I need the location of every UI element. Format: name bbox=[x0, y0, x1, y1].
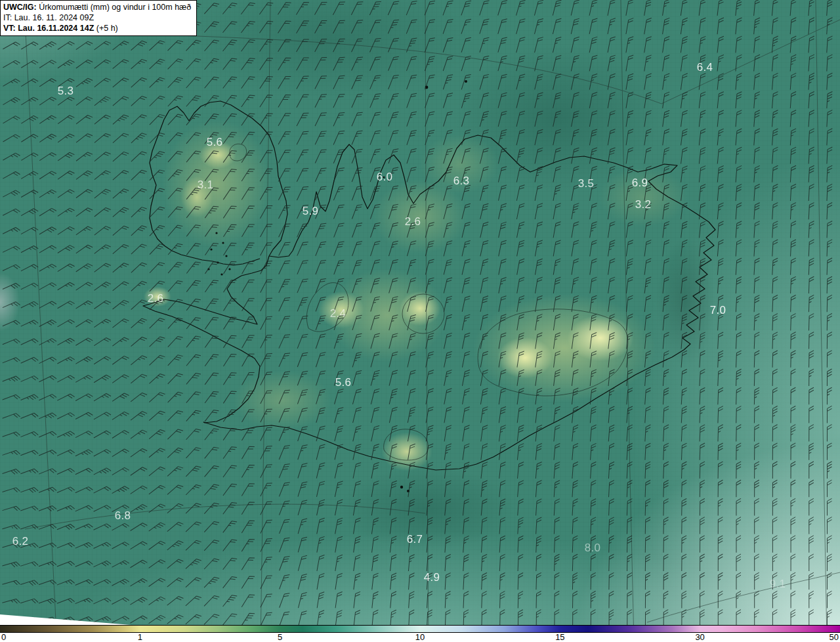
precip-value-label: 5.3 bbox=[58, 85, 74, 98]
precip-value-label: 6.8 bbox=[115, 509, 131, 523]
weather-map: 5.35.63.16.06.35.92.63.56.93.26.42.62.47… bbox=[0, 0, 840, 642]
glacier-contours bbox=[230, 144, 628, 460]
precip-value-label: 5.9 bbox=[303, 205, 319, 218]
precip-value-label: 5.6 bbox=[207, 136, 223, 149]
precip-value-label: 8.0 bbox=[585, 542, 601, 555]
precip-value-label: 5.6 bbox=[335, 376, 352, 389]
lead-time: (+5 h) bbox=[94, 24, 117, 33]
precip-value-label: 9.1 bbox=[770, 578, 786, 591]
precip-value-label: 6.4 bbox=[697, 61, 713, 74]
precip-value-label: 4.9 bbox=[424, 571, 440, 584]
colorbar-tick: 10 bbox=[415, 633, 425, 642]
init-time: IT: Lau. 16. 11. 2024 09Z bbox=[3, 12, 191, 23]
precip-value-label: 6.0 bbox=[377, 171, 393, 184]
precip-value-label: 6.9 bbox=[632, 177, 648, 190]
valid-time: VT: Lau. 16.11.2024 14Z bbox=[3, 24, 94, 33]
colorbar-tick-row: 01510153050 bbox=[0, 633, 840, 642]
precip-value-label: 2.6 bbox=[405, 215, 421, 228]
precip-value-label: 7.0 bbox=[710, 304, 726, 317]
precip-value-label: 3.2 bbox=[635, 198, 652, 211]
precip-value-label: 6.3 bbox=[453, 175, 470, 188]
colorbar-tick: 15 bbox=[555, 633, 564, 642]
precip-value-label: 2.4 bbox=[330, 307, 346, 320]
colorbar: 01510153050 bbox=[0, 625, 840, 642]
model-name: UWC/IG: bbox=[3, 3, 37, 12]
valid-line: VT: Lau. 16.11.2024 14Z (+5 h) bbox=[3, 23, 191, 33]
colorbar-tick: 50 bbox=[830, 633, 839, 642]
precip-value-label: 6.7 bbox=[407, 533, 423, 546]
colorbar-tick: 30 bbox=[695, 633, 704, 642]
precip-value-label: 6.2 bbox=[12, 535, 29, 548]
colorbar-tick: 1 bbox=[138, 633, 142, 642]
title-line: UWC/IG: Úrkomumætti (mm) og vindur i 100… bbox=[3, 2, 191, 12]
precip-value-label: 3.1 bbox=[198, 179, 214, 192]
colorbar-tick: 0 bbox=[1, 633, 6, 642]
title-box: UWC/IG: Úrkomumætti (mm) og vindur i 100… bbox=[0, 0, 197, 36]
precip-value-label: 2.6 bbox=[148, 292, 164, 305]
colorbar-tick: 5 bbox=[278, 633, 282, 642]
precip-value-label: 3.5 bbox=[578, 177, 595, 190]
map-title: Úrkomumætti (mm) og vindur i 100m hæð bbox=[37, 3, 191, 12]
